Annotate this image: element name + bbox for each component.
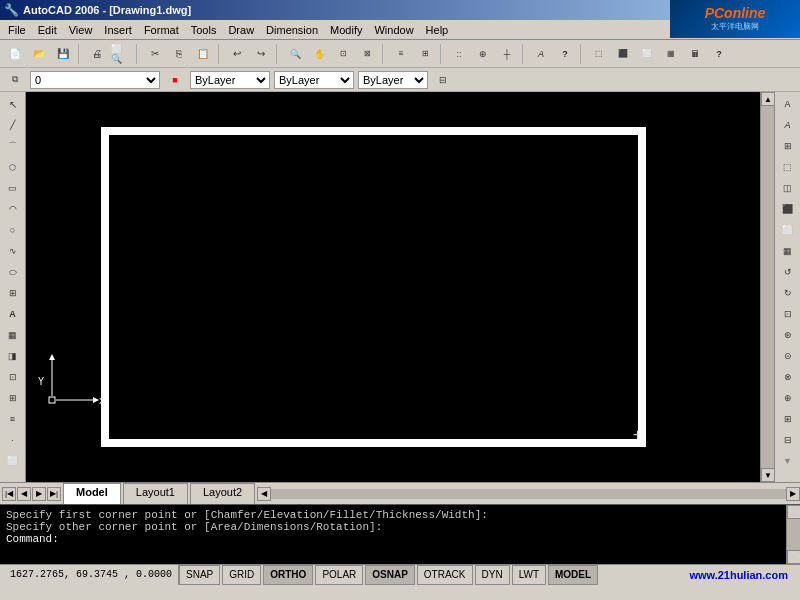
menu-help[interactable]: Help xyxy=(420,22,455,38)
text-style-btn[interactable]: A xyxy=(530,43,552,65)
properties-btn[interactable]: ≡ xyxy=(390,43,412,65)
tab-model[interactable]: Model xyxy=(63,483,121,504)
r-btn5[interactable]: ◫ xyxy=(778,178,798,198)
r-btn9[interactable]: ↺ xyxy=(778,262,798,282)
paste-button[interactable]: 📋 xyxy=(192,43,214,65)
r-btn4[interactable]: ⬚ xyxy=(778,157,798,177)
menu-draw[interactable]: Draw xyxy=(222,22,260,38)
undo-button[interactable]: ↩ xyxy=(226,43,248,65)
r-btn7[interactable]: ⬜ xyxy=(778,220,798,240)
layer-dropdown[interactable]: 0 xyxy=(30,71,160,89)
print-preview-button[interactable]: ⬜🔍 xyxy=(110,43,132,65)
h-scroll-track[interactable] xyxy=(271,489,786,499)
pick-btn[interactable]: ↖ xyxy=(3,94,23,114)
otrack-button[interactable]: OTRACK xyxy=(417,565,473,585)
open-button[interactable]: 📂 xyxy=(28,43,50,65)
print-button[interactable]: 🖨 xyxy=(86,43,108,65)
r-btn8[interactable]: ▦ xyxy=(778,241,798,261)
ellipse-btn[interactable]: ⬭ xyxy=(3,262,23,282)
extra-btn2[interactable]: ⬛ xyxy=(612,43,634,65)
tab-next-btn[interactable]: ▶ xyxy=(32,487,46,501)
menu-format[interactable]: Format xyxy=(138,22,185,38)
polyline-btn[interactable]: ⌒ xyxy=(3,136,23,156)
tab-last-btn[interactable]: ▶| xyxy=(47,487,61,501)
ortho-button[interactable]: ORTHO xyxy=(263,565,313,585)
match-prop-btn[interactable]: ⊞ xyxy=(414,43,436,65)
r-btn2[interactable]: A xyxy=(778,115,798,135)
snap-btn[interactable]: ⊕ xyxy=(472,43,494,65)
model-button[interactable]: MODEL xyxy=(548,565,598,585)
zoom-extents-btn[interactable]: ⊡ xyxy=(332,43,354,65)
r-btn6[interactable]: ⬛ xyxy=(778,199,798,219)
extra-btn4[interactable]: ▦ xyxy=(660,43,682,65)
calc-btn[interactable]: 🖩 xyxy=(684,43,706,65)
menu-dimension[interactable]: Dimension xyxy=(260,22,324,38)
tab-layout2[interactable]: Layout2 xyxy=(190,483,255,504)
help-btn[interactable]: ? xyxy=(554,43,576,65)
osnap-button[interactable]: OSNAP xyxy=(365,565,415,585)
redo-button[interactable]: ↪ xyxy=(250,43,272,65)
polar-button[interactable]: POLAR xyxy=(315,565,363,585)
zoom-prev-btn[interactable]: ⊠ xyxy=(356,43,378,65)
cmd-scroll-down[interactable]: ▼ xyxy=(787,550,800,564)
cut-button[interactable]: ✂ xyxy=(144,43,166,65)
tab-layout1[interactable]: Layout1 xyxy=(123,483,188,504)
r-btn12[interactable]: ⊛ xyxy=(778,325,798,345)
r-btn14[interactable]: ⊗ xyxy=(778,367,798,387)
table-btn[interactable]: ⊞ xyxy=(3,388,23,408)
menu-file[interactable]: File xyxy=(2,22,32,38)
polygon-btn[interactable]: ⬡ xyxy=(3,157,23,177)
mtext-btn[interactable]: A xyxy=(3,304,23,324)
region-btn[interactable]: ⊡ xyxy=(3,367,23,387)
website-link[interactable]: www.21hulian.com xyxy=(689,569,796,581)
mline-btn[interactable]: ≡ xyxy=(3,409,23,429)
linetype-dropdown[interactable]: ByLayer xyxy=(274,71,354,89)
r-btn3[interactable]: ⊞ xyxy=(778,136,798,156)
lineweight-dropdown[interactable]: ByLayer xyxy=(358,71,428,89)
menu-modify[interactable]: Modify xyxy=(324,22,368,38)
menu-insert[interactable]: Insert xyxy=(98,22,138,38)
extra-btn3[interactable]: ⬜ xyxy=(636,43,658,65)
line-btn[interactable]: ╱ xyxy=(3,115,23,135)
question-btn[interactable]: ? xyxy=(708,43,730,65)
menu-tools[interactable]: Tools xyxy=(185,22,223,38)
plot-style-btn[interactable]: ⊟ xyxy=(432,69,454,91)
zoom-window-btn[interactable]: 🔍 xyxy=(284,43,306,65)
r-btn13[interactable]: ⊝ xyxy=(778,346,798,366)
pan-btn[interactable]: ✋ xyxy=(308,43,330,65)
tab-prev-btn[interactable]: ◀ xyxy=(17,487,31,501)
r-btn10[interactable]: ↻ xyxy=(778,283,798,303)
insert-btn[interactable]: ⊞ xyxy=(3,283,23,303)
r-btn1[interactable]: A xyxy=(778,94,798,114)
arc-btn[interactable]: ◠ xyxy=(3,199,23,219)
extra-btn1[interactable]: ⬚ xyxy=(588,43,610,65)
vertical-scrollbar[interactable]: ▲ ▼ xyxy=(760,92,774,482)
color-dropdown[interactable]: ByLayer xyxy=(190,71,270,89)
menu-edit[interactable]: Edit xyxy=(32,22,63,38)
copy-button[interactable]: ⎘ xyxy=(168,43,190,65)
snap-button[interactable]: SNAP xyxy=(179,565,220,585)
gradient-btn[interactable]: ◨ xyxy=(3,346,23,366)
r-btn15[interactable]: ⊕ xyxy=(778,388,798,408)
menu-window[interactable]: Window xyxy=(368,22,419,38)
command-prompt[interactable]: Command: xyxy=(6,533,794,545)
new-button[interactable]: 📄 xyxy=(4,43,26,65)
hatch-btn[interactable]: ▦ xyxy=(3,325,23,345)
r-btn18[interactable]: ▼ xyxy=(778,451,798,471)
rect-btn[interactable]: ▭ xyxy=(3,178,23,198)
menu-view[interactable]: View xyxy=(63,22,99,38)
grid-btn[interactable]: :: xyxy=(448,43,470,65)
scroll-down-button[interactable]: ▼ xyxy=(761,468,775,482)
cmd-scroll-track[interactable] xyxy=(787,519,800,550)
r-btn11[interactable]: ⊡ xyxy=(778,304,798,324)
spline-btn[interactable]: ∿ xyxy=(3,241,23,261)
grid-button[interactable]: GRID xyxy=(222,565,261,585)
v-scroll-track[interactable] xyxy=(761,106,774,468)
block-btn[interactable]: ⬜ xyxy=(3,451,23,471)
dyn-button[interactable]: DYN xyxy=(475,565,510,585)
scroll-left-button[interactable]: ◀ xyxy=(257,487,271,501)
save-button[interactable]: 💾 xyxy=(52,43,74,65)
r-btn17[interactable]: ⊟ xyxy=(778,430,798,450)
scroll-up-button[interactable]: ▲ xyxy=(761,92,775,106)
circle-btn[interactable]: ○ xyxy=(3,220,23,240)
